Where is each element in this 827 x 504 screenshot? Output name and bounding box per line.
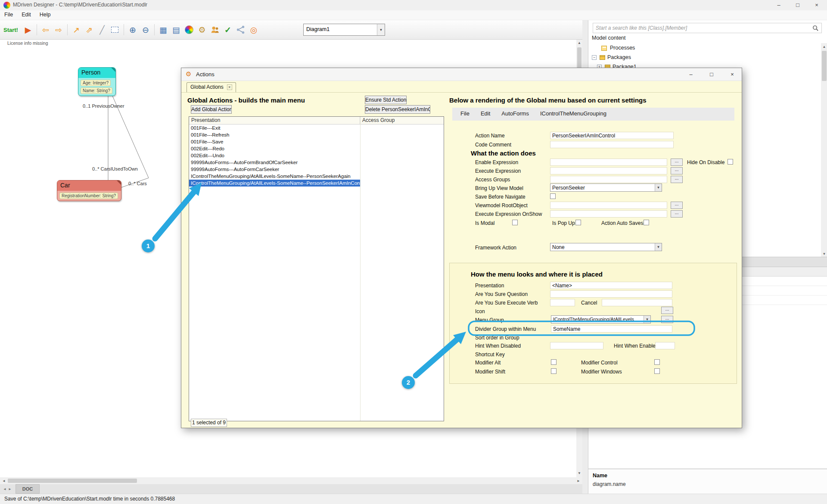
cancel-verb-input[interactable] (602, 299, 672, 306)
class-box-person[interactable]: Person Age: Integer? Name: String? (78, 67, 116, 96)
presentation-input[interactable]: <Name> (550, 282, 672, 289)
zoom-out-icon[interactable]: ⊖ (140, 24, 152, 36)
framework-action-select[interactable]: None ▾ (550, 243, 662, 251)
scroll-down-icon[interactable]: ▼ (821, 252, 827, 256)
list-item[interactable]: 002Edit---Undo (189, 152, 444, 159)
dialog-titlebar[interactable]: ⚙ Actions – □ × (181, 68, 742, 81)
search-icon[interactable] (812, 25, 819, 31)
color-wheel-icon[interactable] (183, 24, 195, 36)
hint-when-enabled-input[interactable] (655, 342, 675, 349)
relations-icon[interactable] (235, 24, 247, 36)
chevron-down-icon[interactable]: ▾ (655, 243, 662, 251)
execute-expression-input[interactable] (550, 167, 667, 174)
chevron-down-icon[interactable]: ▾ (655, 184, 662, 191)
back-arrow-icon[interactable]: ⇦ (40, 24, 52, 36)
list-item[interactable]: 001File---Save (189, 138, 444, 145)
scroll-down-icon[interactable]: ▼ (576, 471, 582, 475)
gear-users-icon[interactable]: ⚙ (196, 24, 208, 36)
ensure-std-actions-button[interactable]: Ensure Std Actions (365, 96, 407, 104)
icon-ellipsis-button[interactable]: ... (661, 307, 673, 314)
calendar-icon[interactable]: ▦ (157, 24, 169, 36)
enable-expression-input[interactable] (550, 159, 667, 166)
chevron-down-icon[interactable]: ▾ (377, 24, 385, 35)
scroll-up-icon[interactable]: ▲ (576, 41, 582, 45)
validate-icon[interactable]: ✓ (222, 24, 234, 36)
menu-group-ellipsis-button[interactable]: ... (661, 316, 673, 323)
menu-group-select[interactable]: IControlTheMenuGrouping/AtAllLevels ▾ (551, 315, 651, 324)
scroll-right-icon[interactable]: ► (576, 479, 581, 483)
actions-list[interactable]: Presentation Access Group 001File---Exit… (189, 116, 444, 421)
start-button[interactable]: Start! (3, 27, 18, 33)
execute-expression-onshow-input[interactable] (550, 210, 667, 218)
tab-close-icon[interactable]: × (227, 84, 232, 90)
generalization-tool-icon[interactable]: ⇗ (83, 24, 95, 36)
are-you-sure-execute-verb-input[interactable] (550, 299, 575, 306)
scroll-left-icon[interactable]: ◄ (1, 479, 6, 483)
scroll-thumb[interactable] (8, 479, 137, 483)
class-box-car[interactable]: Car RegistrationNumber: String? (57, 180, 121, 201)
bring-up-view-model-select[interactable]: PersonSeeker ▾ (550, 184, 662, 192)
modifier-control-checkbox[interactable] (654, 359, 660, 365)
save-before-navigate-checkbox[interactable] (550, 193, 556, 199)
hint-when-disabled-input[interactable] (550, 342, 603, 349)
users-icon[interactable] (209, 24, 221, 36)
tree-item-processes[interactable]: Processes (610, 45, 635, 51)
modifier-windows-checkbox[interactable] (654, 368, 660, 374)
diagram-selector[interactable]: Diagram1 ▾ (303, 24, 385, 36)
menu-help[interactable]: Help (35, 10, 55, 20)
list-item[interactable]: 001File---Exit (189, 124, 444, 131)
doc-tab[interactable]: DOC (16, 484, 40, 494)
actions-dialog[interactable]: ⚙ Actions – □ × Global Actions× Global A… (181, 68, 742, 428)
preview-menu-autoforms[interactable]: AutoForms (496, 108, 535, 121)
search-input[interactable] (593, 23, 811, 33)
dialog-close-button[interactable]: × (722, 68, 742, 81)
tab-global-actions[interactable]: Global Actions× (187, 82, 236, 92)
delete-action-button[interactable]: Delete PersonSeekerIAmInCc (365, 105, 430, 114)
tab-scroll-left-icon[interactable]: ◄ (3, 487, 7, 491)
action-auto-saves-checkbox[interactable] (644, 220, 649, 225)
is-pop-up-checkbox[interactable] (575, 220, 581, 225)
viewmodel-rootobject-input[interactable] (550, 202, 667, 209)
tab-scroll-right-icon[interactable]: ► (8, 487, 12, 491)
window-minimize-button[interactable]: – (769, 0, 788, 10)
is-modal-checkbox[interactable] (512, 220, 518, 225)
column-access-group[interactable]: Access Group (360, 117, 444, 124)
execute-expression-ellipsis-button[interactable]: ... (671, 167, 683, 174)
list-item[interactable]: 001File---Refresh (189, 131, 444, 138)
canvas-hscrollbar[interactable]: ◄ ► (0, 477, 582, 484)
action-name-input[interactable]: PersonSeekerIAmInControl (550, 132, 674, 139)
modifier-shift-checkbox[interactable] (551, 368, 557, 374)
class-tool-icon[interactable] (109, 24, 121, 36)
dialog-maximize-button[interactable]: □ (702, 68, 721, 81)
hide-on-disable-checkbox[interactable] (728, 159, 733, 165)
modifier-alt-checkbox[interactable] (551, 359, 557, 365)
access-groups-input[interactable] (550, 176, 667, 183)
chevron-down-icon[interactable]: ▾ (644, 316, 650, 323)
code-comment-input[interactable] (550, 141, 674, 148)
autoform-icon[interactable]: ▤ (170, 24, 182, 36)
list-item-selected[interactable]: IControlTheMenuGrouping/AtAllLevels-Some… (189, 180, 444, 187)
list-item[interactable]: IControlTheMenuGrouping/AtAllLevels-Some… (189, 173, 444, 180)
dialog-minimize-button[interactable]: – (681, 68, 701, 81)
scroll-thumb[interactable] (822, 51, 827, 81)
preview-menu-grouping[interactable]: IControlTheMenuGrouping (535, 108, 612, 121)
settings-target-icon[interactable]: ◎ (248, 24, 260, 36)
association-tool-icon[interactable]: ↗ (70, 24, 82, 36)
tree-item-packages[interactable]: Packages (607, 54, 631, 60)
execute-expression-onshow-ellipsis-button[interactable]: ... (671, 210, 683, 218)
menu-edit[interactable]: Edit (17, 10, 35, 20)
zoom-in-icon[interactable]: ⊕ (127, 24, 139, 36)
divider-group-input[interactable]: SomeName (551, 325, 672, 333)
line-tool-icon[interactable]: ╱ (96, 24, 108, 36)
column-presentation[interactable]: Presentation (189, 117, 360, 124)
viewmodel-rootobject-ellipsis-button[interactable]: ... (671, 202, 683, 209)
tree-vscrollbar[interactable]: ▲ ▼ (821, 43, 827, 258)
preview-menu-file[interactable]: File (455, 108, 475, 121)
menu-file[interactable]: File (0, 10, 17, 20)
enable-expression-ellipsis-button[interactable]: ... (671, 159, 683, 166)
collapse-icon[interactable]: − (592, 55, 597, 60)
forward-arrow-icon[interactable]: ⇨ (53, 24, 65, 36)
list-item[interactable]: 99999AutoForms---AutoFormBrandOfCarSeeke… (189, 159, 444, 166)
list-item[interactable]: 99999AutoForms---AutoFormCarSeeker (189, 166, 444, 173)
window-close-button[interactable]: × (807, 0, 826, 10)
